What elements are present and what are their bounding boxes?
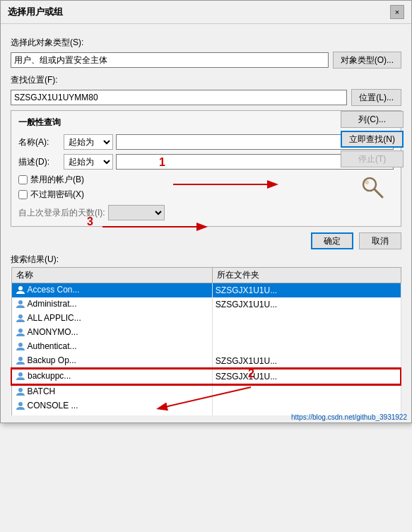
table-row[interactable]: ALL APPLIC... xyxy=(11,312,401,326)
svg-point-8 xyxy=(18,329,23,333)
close-button[interactable]: × xyxy=(390,5,404,19)
non-expiry-label: 不过期密码(X) xyxy=(30,189,84,201)
magnifier-icon xyxy=(360,175,385,200)
desc-field-row: 描述(D): 起始为 xyxy=(18,154,394,170)
svg-point-10 xyxy=(18,357,23,361)
cell-name: ALL APPLIC... xyxy=(11,312,212,326)
cell-name: Backup Op... xyxy=(11,354,212,369)
cell-name: Administrat... xyxy=(11,297,212,312)
non-expiry-checkbox[interactable] xyxy=(18,190,28,199)
svg-line-1 xyxy=(375,189,382,197)
object-type-button[interactable]: 对象类型(O)... xyxy=(333,52,401,69)
arrow3-svg xyxy=(95,220,237,248)
cell-name: Authenticat... xyxy=(11,340,212,354)
svg-point-2 xyxy=(365,180,369,184)
bottom-url: https://blog.csdn.net/github_3931922 xyxy=(291,413,407,421)
magnifier-icon-container xyxy=(341,175,404,200)
table-row[interactable]: Authenticat... xyxy=(11,340,401,354)
svg-point-13 xyxy=(18,402,23,406)
location-row: 位置(L)... xyxy=(11,89,401,106)
location-input[interactable] xyxy=(11,90,347,105)
cell-name: ANONYMO... xyxy=(11,326,212,340)
list-button[interactable]: 列(C)... xyxy=(341,111,404,128)
svg-point-11 xyxy=(18,372,23,377)
cell-folder xyxy=(212,326,401,340)
cell-folder: SZSGJX1U1U... xyxy=(212,283,401,298)
cell-folder xyxy=(212,340,401,354)
cell-folder: SZSGJX1U1U... xyxy=(212,354,401,369)
svg-point-7 xyxy=(18,314,23,319)
object-type-label: 选择此对象类型(S): xyxy=(11,37,401,49)
table-row[interactable]: Administrat...SZSGJX1U1U... xyxy=(11,297,401,312)
object-type-input[interactable] xyxy=(11,52,329,68)
days-row: 自上次登录后的天数(I): xyxy=(18,205,394,220)
title-bar: 选择用户或组 × xyxy=(1,1,411,24)
dialog-body: 选择此对象类型(S): 对象类型(O)... 查找位置(F): 位置(L)...… xyxy=(1,24,411,422)
table-row[interactable]: Backup Op...SZSGJX1U1U... xyxy=(11,354,401,369)
disabled-account-checkbox[interactable] xyxy=(18,175,28,184)
dialog-title: 选择用户或组 xyxy=(8,6,63,18)
number-3: 3 xyxy=(87,215,93,228)
arrow1-svg xyxy=(166,170,293,199)
name-field-row: 名称(A): 起始为 xyxy=(18,134,394,150)
col-folder-header: 所在文件夹 xyxy=(212,268,401,283)
confirm-button[interactable]: 确定 xyxy=(311,232,353,249)
confirm-cancel-row: 3 确定 取消 xyxy=(11,232,401,249)
name-label: 名称(A): xyxy=(18,136,61,148)
stop-button[interactable]: 停止(T) xyxy=(341,150,404,167)
name-dropdown[interactable]: 起始为 xyxy=(64,134,113,150)
disabled-account-label: 禁用的帐户(B) xyxy=(30,174,84,186)
cancel-button[interactable]: 取消 xyxy=(359,232,401,249)
cell-folder: SZSGJX1U1U... xyxy=(212,297,401,312)
right-buttons-group: 列(C)... 立即查找(N) 停止(T) xyxy=(341,111,404,200)
object-type-row: 对象类型(O)... xyxy=(11,52,401,69)
svg-point-12 xyxy=(18,388,23,392)
main-dialog: 选择用户或组 × 选择此对象类型(S): 对象类型(O)... 查找位置(F):… xyxy=(0,0,412,423)
general-title: 一般性查询 xyxy=(18,117,394,129)
svg-line-16 xyxy=(159,387,251,408)
svg-point-9 xyxy=(18,343,23,347)
days-dropdown[interactable] xyxy=(108,205,165,220)
location-label: 查找位置(F): xyxy=(11,74,401,86)
table-header-row: 名称 所在文件夹 xyxy=(11,268,401,283)
arrow2-svg xyxy=(152,380,265,415)
cell-name: Access Con... xyxy=(11,283,212,298)
search-results-label: 搜索结果(U): xyxy=(11,254,401,266)
table-row[interactable]: Access Con...SZSGJX1U1U... xyxy=(11,283,401,298)
svg-point-5 xyxy=(18,286,23,290)
number-1: 1 xyxy=(159,156,165,169)
number-2: 2 xyxy=(248,367,254,380)
search-now-button[interactable]: 立即查找(N) xyxy=(341,131,404,148)
desc-dropdown[interactable]: 起始为 xyxy=(64,154,113,170)
col-name-header: 名称 xyxy=(11,268,212,283)
cell-folder xyxy=(212,312,401,326)
location-button[interactable]: 位置(L)... xyxy=(351,89,401,106)
svg-point-6 xyxy=(18,300,23,305)
desc-label: 描述(D): xyxy=(18,156,61,168)
general-section: 一般性查询 名称(A): 起始为 描述(D): 起始为 禁用的帐户( xyxy=(11,110,401,227)
table-row[interactable]: ANONYMO... xyxy=(11,326,401,340)
